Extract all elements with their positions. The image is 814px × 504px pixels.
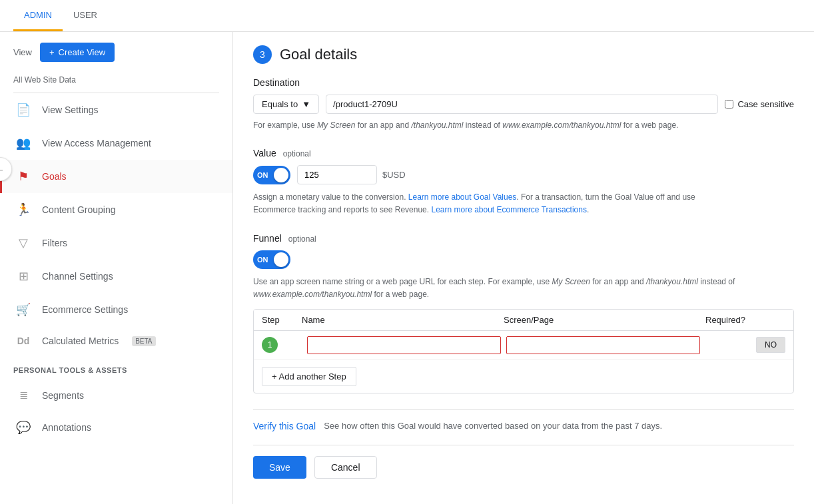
value-input[interactable] — [297, 165, 377, 184]
sidebar-item-filters[interactable]: ▽ Filters — [0, 226, 232, 260]
value-label: Value optional — [253, 148, 794, 158]
funnel-label: Funnel optional — [253, 233, 794, 244]
main-layout: View + Create View All Web Site Data ← 📄… — [0, 32, 814, 504]
required-no-button[interactable]: NO — [756, 337, 785, 353]
toggle-circle — [274, 168, 288, 182]
sidebar-item-segments[interactable]: ≣ Segments — [0, 379, 232, 411]
equals-to-label: Equals to — [262, 99, 298, 109]
beta-badge: BETA — [132, 336, 155, 346]
currency-label: $USD — [382, 170, 406, 180]
toggle-circle-funnel — [274, 252, 288, 267]
destination-hint: For example, use My Screen for an app an… — [253, 119, 794, 132]
nav-user[interactable]: USER — [63, 1, 108, 31]
step-header: 3 Goal details — [253, 45, 794, 64]
sidebar-item-channel-settings[interactable]: ⊞ Channel Settings — [0, 260, 232, 293]
sidebar-item-label: Content Grouping — [42, 204, 116, 215]
funnel-hint: Use an app screen name string or a web p… — [253, 276, 794, 301]
screen-cell — [506, 336, 700, 354]
required-col-header: Required? — [705, 315, 785, 325]
case-sensitive-checkbox[interactable] — [725, 100, 733, 109]
create-view-button[interactable]: + Create View — [40, 43, 115, 62]
case-sensitive-label: Case sensitive — [737, 99, 794, 109]
dd-icon: Dd — [15, 336, 31, 346]
grid-icon: ⊞ — [15, 269, 31, 284]
sidebar: View + Create View All Web Site Data ← 📄… — [0, 32, 233, 504]
sidebar-item-label: Ecommerce Settings — [42, 304, 128, 315]
table-row: 1 NO — [254, 331, 793, 360]
destination-section: Destination Equals to ▼ Case sensitive F… — [253, 77, 794, 132]
destination-row: Equals to ▼ Case sensitive — [253, 95, 794, 114]
save-button[interactable]: Save — [253, 456, 306, 479]
value-toggle[interactable]: ON — [253, 166, 290, 184]
verify-goal-link[interactable]: Verify this Goal — [253, 421, 316, 431]
sidebar-item-label: Goals — [42, 171, 67, 182]
ecommerce-transactions-link[interactable]: Learn more about Ecommerce Transactions — [431, 205, 586, 214]
sidebar-item-view-settings[interactable]: 📄 View Settings — [0, 93, 232, 126]
case-sensitive-row: Case sensitive — [725, 99, 794, 109]
name-col-header: Name — [302, 315, 504, 325]
sidebar-item-label: Segments — [42, 390, 84, 401]
sidebar-item-label: Filters — [42, 238, 67, 248]
url-input[interactable] — [326, 95, 718, 114]
cart-icon: 🛒 — [15, 302, 31, 317]
sidebar-item-annotations[interactable]: 💬 Annotations — [0, 411, 232, 444]
site-label: All Web Site Data — [0, 73, 232, 93]
segments-icon: ≣ — [15, 389, 31, 401]
view-label: View — [13, 47, 32, 57]
steps-table: Step Name Screen/Page Required? 1 — [253, 309, 794, 393]
chevron-down-icon: ▼ — [302, 99, 310, 109]
action-row: Save Cancel — [253, 445, 794, 479]
sidebar-item-label: Channel Settings — [42, 271, 113, 282]
sidebar-item-goals[interactable]: ⚑ Goals — [0, 160, 232, 193]
flag-icon: ⚑ — [15, 169, 31, 184]
value-input-row: $USD — [297, 165, 406, 184]
value-hint: Assign a monetary value to the conversio… — [253, 191, 794, 216]
step-name-input[interactable] — [307, 336, 501, 354]
sidebar-item-content-grouping[interactable]: 🏃 Content Grouping — [0, 193, 232, 226]
top-nav: ADMIN USER — [0, 0, 814, 32]
sidebar-header: View + Create View — [0, 32, 232, 73]
page-title: Goal details — [280, 46, 357, 63]
steps-table-header: Step Name Screen/Page Required? — [254, 310, 793, 331]
personal-tools-section-header: PERSONAL TOOLS & ASSETS — [0, 356, 232, 379]
sidebar-item-view-access[interactable]: 👥 View Access Management — [0, 126, 232, 160]
step-screen-input[interactable] — [506, 336, 700, 354]
plus-icon: + — [49, 47, 55, 57]
equals-to-button[interactable]: Equals to ▼ — [253, 95, 319, 114]
sidebar-item-calculated-metrics[interactable]: Dd Calculated Metrics BETA — [0, 326, 232, 356]
destination-label: Destination — [253, 77, 794, 88]
filter-icon: ▽ — [15, 236, 31, 250]
add-step-button[interactable]: + Add another Step — [262, 367, 356, 386]
step-badge: 3 — [253, 45, 272, 64]
nav-admin[interactable]: ADMIN — [13, 1, 63, 31]
runner-icon: 🏃 — [15, 202, 31, 217]
required-cell: NO — [705, 337, 785, 353]
sidebar-item-label: Calculated Metrics — [42, 336, 119, 346]
sidebar-item-ecommerce[interactable]: 🛒 Ecommerce Settings — [0, 293, 232, 326]
verify-description: See how often this Goal would have conve… — [324, 421, 662, 431]
value-toggle-row: ON $USD — [253, 165, 794, 184]
screen-col-header: Screen/Page — [504, 315, 705, 325]
document-icon: 📄 — [15, 103, 31, 117]
create-view-label: Create View — [59, 47, 106, 57]
sidebar-item-label: Annotations — [42, 422, 91, 433]
content-area: 3 Goal details Destination Equals to ▼ C… — [233, 32, 814, 504]
back-icon: ← — [0, 164, 5, 174]
step-col-header: Step — [262, 315, 302, 325]
people-icon: 👥 — [15, 136, 31, 150]
verify-section: Verify this Goal See how often this Goal… — [253, 409, 794, 431]
goal-values-link[interactable]: Learn more about Goal Values — [408, 192, 517, 202]
name-cell — [307, 336, 501, 354]
step-number-cell: 1 — [262, 337, 302, 353]
sidebar-item-label: View Settings — [42, 105, 99, 115]
funnel-section: Funnel optional ON Use an app screen nam… — [253, 233, 794, 393]
step-number-badge: 1 — [262, 337, 278, 353]
sidebar-item-label: View Access Management — [42, 138, 151, 148]
cancel-button[interactable]: Cancel — [314, 456, 377, 479]
annotation-icon: 💬 — [15, 420, 31, 435]
funnel-toggle[interactable]: ON — [253, 250, 290, 269]
funnel-toggle-row: ON — [253, 250, 794, 269]
value-section: Value optional ON $USD Assign a monetary… — [253, 148, 794, 216]
